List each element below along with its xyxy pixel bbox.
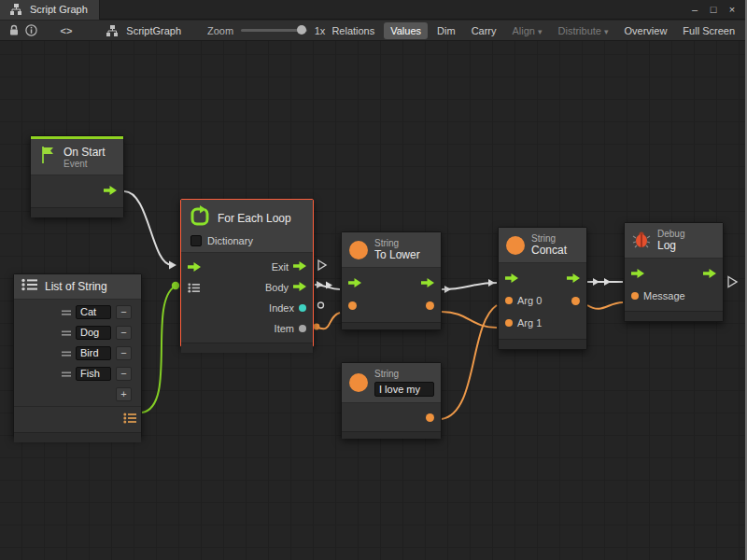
- flow-in-port[interactable]: [188, 262, 201, 272]
- flow-in-port[interactable]: [348, 278, 361, 287]
- string-type-icon: [349, 241, 368, 259]
- value-in-port[interactable]: [348, 301, 357, 310]
- checkbox-label: Dictionary: [207, 235, 253, 246]
- drag-handle-icon[interactable]: [62, 344, 71, 361]
- remove-item-button[interactable]: −: [116, 326, 132, 340]
- node-footer: [31, 207, 123, 217]
- arg0-in-port[interactable]: [505, 297, 513, 304]
- flow-out-port[interactable]: [104, 186, 117, 197]
- list-item-input[interactable]: [76, 346, 111, 360]
- add-item-button[interactable]: +: [116, 387, 132, 401]
- add-item-row: +: [14, 384, 141, 404]
- wire-item-to-tolower[interactable]: [317, 313, 340, 329]
- list-item-input[interactable]: [76, 326, 111, 340]
- node-string-to-lower[interactable]: String To Lower: [341, 231, 442, 330]
- collection-in-port[interactable]: [188, 283, 201, 293]
- wire-literal-to-arg0[interactable]: [442, 305, 497, 419]
- node-subtitle: Event: [63, 159, 106, 169]
- node-header: For Each Loop Dictionary: [181, 200, 313, 253]
- node-footer: [342, 431, 441, 439]
- title-bar: Script Graph – □ ×: [0, 0, 745, 20]
- port-label-body: Body: [265, 282, 289, 293]
- wire-endpoint-dot: [172, 282, 179, 289]
- maximize-button[interactable]: □: [706, 2, 721, 17]
- node-for-each-loop[interactable]: For Each Loop Dictionary Exit Body: [180, 199, 314, 347]
- index-out-port[interactable]: [299, 304, 306, 312]
- info-icon[interactable]: [25, 23, 37, 38]
- node-body: Arg 0 Arg 1: [499, 263, 586, 339]
- drag-handle-icon[interactable]: [62, 324, 71, 341]
- flow-out-port[interactable]: [421, 278, 434, 287]
- graph-toolbar: <> ScriptGraph Zoom 1x Relations Values …: [0, 21, 745, 41]
- result-out-port[interactable]: [571, 297, 580, 305]
- string-literal-input[interactable]: [374, 382, 434, 397]
- flow-in-port[interactable]: [505, 273, 518, 283]
- overview-button[interactable]: Overview: [618, 22, 674, 39]
- node-category: String: [374, 238, 420, 248]
- node-string-concat[interactable]: String Concat Arg 0 Arg 1: [498, 227, 587, 350]
- list-item-row: −: [14, 363, 141, 384]
- port-label-exit: Exit: [272, 261, 289, 273]
- wire-list-to-foreach[interactable]: [142, 287, 175, 413]
- wire-concat-to-message[interactable]: [587, 302, 623, 309]
- item-out-port[interactable]: [299, 325, 306, 332]
- lock-icon[interactable]: [7, 23, 20, 38]
- align-button[interactable]: Align▾: [506, 22, 549, 39]
- close-button[interactable]: ×: [725, 2, 740, 17]
- node-debug-log[interactable]: Debug Log Message: [624, 222, 724, 322]
- body-flow-out-port[interactable]: [293, 282, 306, 293]
- node-string-literal[interactable]: String: [341, 362, 442, 439]
- node-header: Debug Log: [625, 223, 723, 259]
- port-label-item: Item: [275, 323, 294, 334]
- minimize-button[interactable]: –: [687, 2, 702, 17]
- node-category: Debug: [657, 229, 684, 239]
- node-body: Exit Body Index: [181, 253, 313, 343]
- drag-handle-icon[interactable]: [62, 303, 71, 320]
- values-button[interactable]: Values: [384, 22, 428, 39]
- list-item-input[interactable]: [76, 367, 111, 381]
- value-out-port[interactable]: [426, 301, 434, 310]
- zoom-slider-knob[interactable]: [297, 25, 306, 35]
- breadcrumb-label: ScriptGraph: [126, 25, 181, 36]
- dim-button[interactable]: Dim: [430, 22, 462, 39]
- value-out-port[interactable]: [426, 413, 434, 422]
- exit-flow-out-port[interactable]: [293, 261, 306, 273]
- flow-out-port[interactable]: [703, 269, 716, 278]
- loop-icon: [189, 205, 211, 231]
- list-item-row: −: [14, 343, 141, 363]
- port-label-arg0: Arg 0: [517, 295, 542, 306]
- node-body: − − − − +: [14, 300, 141, 432]
- node-footer: [181, 343, 313, 353]
- flow-out-port[interactable]: [567, 273, 580, 283]
- remove-item-button[interactable]: −: [116, 346, 132, 360]
- breadcrumb[interactable]: ScriptGraph: [104, 23, 181, 38]
- string-type-icon: [349, 373, 368, 392]
- zoom-slider[interactable]: [241, 29, 307, 32]
- relations-button[interactable]: Relations: [325, 22, 381, 39]
- fullscreen-button[interactable]: Full Screen: [676, 22, 741, 39]
- tab-script-graph[interactable]: Script Graph: [0, 0, 100, 20]
- script-graph-window: Script Graph – □ × <> ScriptGraph Zoom 1…: [0, 0, 747, 560]
- node-title: Concat: [531, 244, 567, 257]
- list-icon: [21, 278, 38, 295]
- message-in-port[interactable]: [631, 292, 639, 300]
- node-title: List of String: [45, 280, 107, 293]
- carry-button[interactable]: Carry: [465, 22, 503, 39]
- wire-flow-onstart-to-foreach[interactable]: [124, 191, 172, 265]
- remove-item-button[interactable]: −: [116, 305, 132, 319]
- code-view-icon[interactable]: <>: [60, 25, 72, 36]
- node-list-of-string[interactable]: List of String − − − −: [13, 273, 142, 438]
- drag-handle-icon[interactable]: [62, 365, 71, 382]
- node-title: To Lower: [374, 248, 420, 261]
- list-item-input[interactable]: [76, 305, 111, 319]
- arg1-in-port[interactable]: [505, 319, 513, 327]
- flow-in-port[interactable]: [631, 269, 644, 278]
- node-title: Log: [657, 239, 684, 252]
- list-out-port[interactable]: [123, 411, 137, 427]
- distribute-button[interactable]: Distribute▾: [552, 22, 615, 39]
- node-on-start[interactable]: On Start Event: [30, 135, 124, 217]
- dictionary-checkbox[interactable]: [190, 235, 202, 246]
- remove-item-button[interactable]: −: [116, 367, 132, 381]
- list-output-row: [14, 406, 141, 430]
- arrowhead: [488, 279, 495, 287]
